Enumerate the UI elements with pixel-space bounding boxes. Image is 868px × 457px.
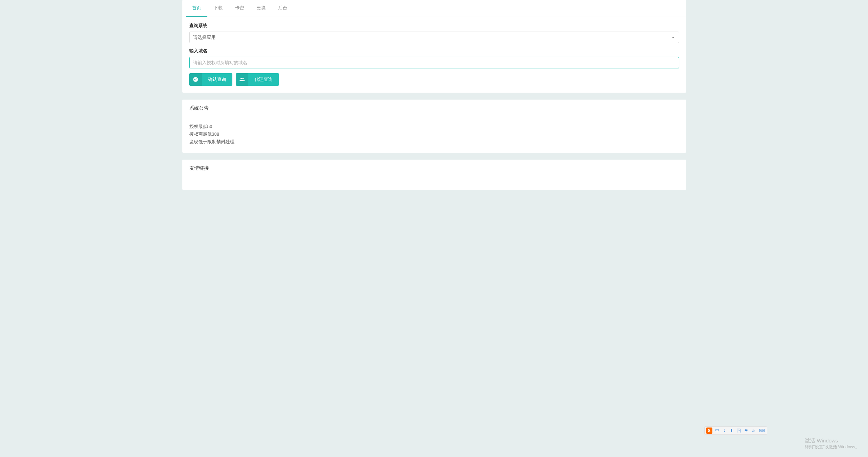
announce-line: 授权最低50: [189, 123, 679, 130]
domain-label: 输入域名: [189, 48, 679, 54]
button-row: 确认查询 代理查询: [189, 73, 679, 86]
tab-change[interactable]: 更换: [250, 0, 272, 17]
domain-input[interactable]: [189, 57, 679, 68]
announce-body: 授权最低50 授权商最低388 发现低于限制禁封处理: [182, 117, 686, 153]
form-body: 查询系统 请选择应用 输入域名 确认查询: [182, 17, 686, 93]
tab-download[interactable]: 下载: [207, 0, 229, 17]
confirm-query-button[interactable]: 确认查询: [189, 73, 232, 86]
links-panel: 友情链接: [182, 160, 686, 190]
tab-card[interactable]: 卡密: [229, 0, 250, 17]
tab-admin[interactable]: 后台: [272, 0, 294, 17]
agent-query-label: 代理查询: [248, 73, 279, 86]
check-circle-icon: [189, 73, 202, 86]
confirm-query-label: 确认查询: [202, 73, 232, 86]
people-icon: [236, 73, 248, 86]
query-system-label: 查询系统: [189, 23, 679, 29]
tab-home[interactable]: 首页: [186, 0, 207, 17]
main-panel: 首页 下载 卡密 更换 后台 查询系统 请选择应用 输入域名: [182, 0, 686, 93]
links-body: [182, 177, 686, 190]
agent-query-button[interactable]: 代理查询: [236, 73, 279, 86]
announce-panel: 系统公告 授权最低50 授权商最低388 发现低于限制禁封处理: [182, 100, 686, 153]
announce-line: 发现低于限制禁封处理: [189, 138, 679, 146]
links-title: 友情链接: [182, 160, 686, 177]
nav-tabs: 首页 下载 卡密 更换 后台: [182, 0, 686, 17]
announce-title: 系统公告: [182, 100, 686, 117]
query-system-group: 查询系统 请选择应用: [189, 23, 679, 43]
domain-group: 输入域名: [189, 48, 679, 68]
announce-line: 授权商最低388: [189, 130, 679, 138]
app-select[interactable]: 请选择应用: [189, 32, 679, 43]
